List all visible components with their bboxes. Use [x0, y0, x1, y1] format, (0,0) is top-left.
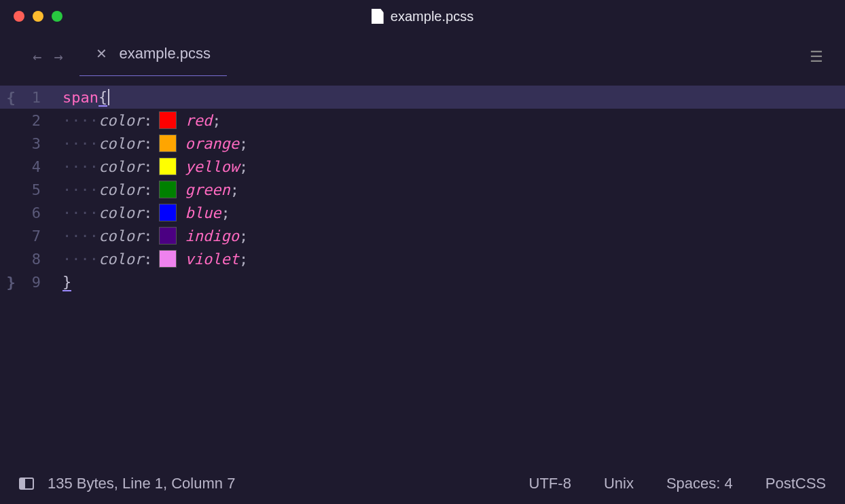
fold-gutter[interactable]: }	[0, 274, 22, 291]
nav-forward-icon[interactable]: →	[54, 48, 62, 65]
code-content[interactable]: ····color:green;	[46, 181, 239, 198]
code-editor[interactable]: {1span {2····color:red;3····color:orange…	[0, 80, 845, 299]
fold-gutter[interactable]: {	[0, 89, 22, 106]
line-number: 4	[22, 158, 46, 175]
status-indentation[interactable]: Spaces: 4	[666, 475, 733, 492]
window-title: example.pcss	[372, 9, 473, 24]
code-line[interactable]: 5····color:green;	[0, 178, 845, 201]
tab-active[interactable]: ✕ example.pcss	[96, 45, 211, 68]
code-content[interactable]: }	[46, 273, 71, 291]
token-colon: :	[143, 228, 152, 245]
token-colon: :	[143, 135, 152, 152]
token-semicolon: ;	[239, 158, 248, 175]
title-filename: example.pcss	[391, 9, 473, 24]
nav-arrows: ← →	[33, 48, 63, 65]
token-value: green	[185, 181, 230, 198]
nav-back-icon[interactable]: ←	[33, 48, 41, 65]
status-encoding[interactable]: UTF-8	[529, 475, 571, 492]
line-number: 2	[22, 112, 46, 129]
whitespace-indicator: ····	[62, 228, 98, 245]
menu-icon[interactable]: ☰	[810, 48, 823, 65]
token-property: color	[98, 251, 143, 268]
code-content[interactable]: ····color:red;	[46, 111, 221, 129]
code-content[interactable]: ····color:indigo;	[46, 227, 248, 245]
whitespace-indicator: ····	[62, 181, 98, 198]
cursor	[108, 89, 109, 105]
token-colon: :	[143, 251, 152, 268]
code-content[interactable]: ····color:blue;	[46, 204, 230, 221]
tab-underline	[79, 75, 228, 76]
color-swatch[interactable]	[159, 250, 177, 268]
token-property: color	[98, 181, 143, 198]
token-property: color	[98, 112, 143, 129]
color-swatch[interactable]	[159, 227, 177, 245]
status-line-endings[interactable]: Unix	[604, 475, 634, 492]
token-brace: }	[62, 273, 71, 291]
status-file-info[interactable]: 135 Bytes, Line 1, Column 7	[48, 475, 235, 492]
token-property: color	[98, 228, 143, 245]
whitespace-indicator: ····	[62, 158, 98, 175]
window-controls	[14, 11, 62, 22]
token-semicolon: ;	[221, 204, 230, 221]
status-right: UTF-8 Unix Spaces: 4 PostCSS	[529, 475, 826, 492]
token-value: orange	[185, 135, 238, 152]
token-semicolon: ;	[212, 112, 221, 129]
close-window-button[interactable]	[14, 11, 24, 22]
tab-close-icon[interactable]: ✕	[96, 46, 107, 62]
titlebar: example.pcss	[0, 0, 845, 33]
token-selector: span	[62, 89, 98, 106]
code-content[interactable]: ····color:yellow;	[46, 158, 248, 175]
code-line[interactable]: }9}	[0, 270, 845, 293]
code-line[interactable]: 4····color:yellow;	[0, 155, 845, 178]
status-bar: 135 Bytes, Line 1, Column 7 UTF-8 Unix S…	[0, 463, 845, 504]
line-number: 1	[22, 89, 46, 106]
status-language[interactable]: PostCSS	[766, 475, 826, 492]
code-content[interactable]: ····color:violet;	[46, 250, 248, 268]
code-content[interactable]: span {	[46, 88, 109, 107]
color-swatch[interactable]	[159, 111, 177, 129]
token-semicolon: ;	[239, 135, 248, 152]
line-number: 5	[22, 181, 46, 198]
line-number: 7	[22, 228, 46, 245]
maximize-window-button[interactable]	[52, 11, 62, 22]
line-number: 6	[22, 204, 46, 221]
token-value: indigo	[185, 228, 238, 245]
code-line[interactable]: 3····color:orange;	[0, 132, 845, 155]
file-icon	[372, 9, 384, 24]
code-line[interactable]: {1span {	[0, 86, 845, 109]
line-number: 8	[22, 251, 46, 268]
line-number: 3	[22, 135, 46, 152]
code-content[interactable]: ····color:orange;	[46, 134, 248, 152]
token-colon: :	[143, 181, 152, 198]
token-value: violet	[185, 251, 238, 268]
minimize-window-button[interactable]	[33, 11, 43, 22]
line-number: 9	[22, 274, 46, 291]
token-brace: {	[98, 88, 107, 107]
tab-filename: example.pcss	[120, 45, 211, 62]
code-line[interactable]: 7····color:indigo;	[0, 224, 845, 247]
code-line[interactable]: 6····color:blue;	[0, 201, 845, 224]
color-swatch[interactable]	[159, 204, 177, 221]
token-property: color	[98, 135, 143, 152]
color-swatch[interactable]	[159, 134, 177, 152]
color-swatch[interactable]	[159, 181, 177, 198]
token-colon: :	[143, 204, 152, 221]
token-colon: :	[143, 158, 152, 175]
token-property: color	[98, 204, 143, 221]
token-value: yellow	[185, 158, 238, 175]
token-value: red	[185, 112, 212, 129]
sidebar-toggle-icon[interactable]	[19, 478, 34, 490]
token-value: blue	[185, 204, 221, 221]
tab-bar: ← → ✕ example.pcss ☰	[0, 33, 845, 80]
token-colon: :	[143, 112, 152, 129]
whitespace-indicator: ····	[62, 112, 98, 129]
whitespace-indicator: ····	[62, 135, 98, 152]
code-line[interactable]: 2····color:red;	[0, 109, 845, 132]
code-line[interactable]: 8····color:violet;	[0, 247, 845, 270]
token-semicolon: ;	[230, 181, 239, 198]
token-semicolon: ;	[239, 251, 248, 268]
whitespace-indicator: ····	[62, 204, 98, 221]
token-semicolon: ;	[239, 228, 248, 245]
whitespace-indicator: ····	[62, 251, 98, 268]
color-swatch[interactable]	[159, 158, 177, 175]
